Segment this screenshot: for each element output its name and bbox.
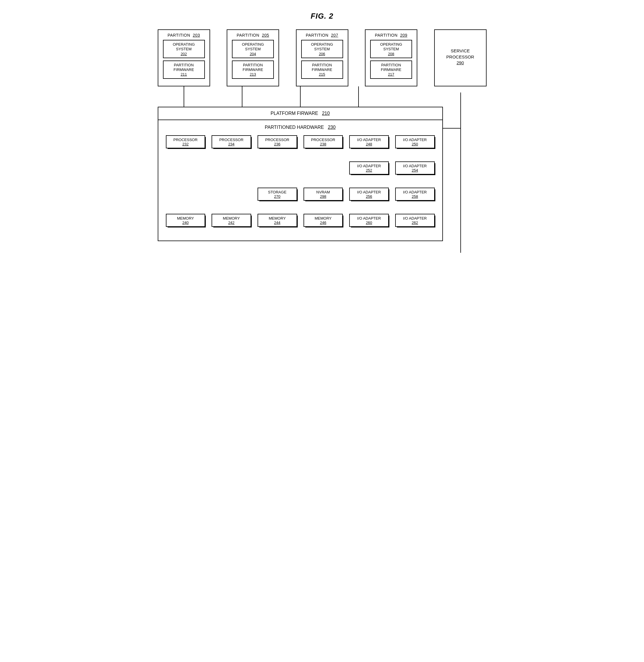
service-processor-ref: 290 <box>438 60 483 66</box>
hardware-component-box: PROCESSOR 236 <box>257 135 297 148</box>
hw-label: PROCESSOR <box>174 138 198 142</box>
os-label: OPERATING SYSTEM <box>380 42 402 51</box>
partition-firmware-box: PARTITION FIRMWARE 211 <box>163 61 205 79</box>
partition-header: PARTITION 205 <box>230 33 276 38</box>
hw-ref: 254 <box>397 168 433 173</box>
connector-line <box>300 87 301 107</box>
platform-firmware-ref: 210 <box>322 111 330 116</box>
hardware-component-box: PROCESSOR 238 <box>303 135 343 148</box>
hardware-component-box: I/O ADAPTER 262 <box>395 214 435 227</box>
os-ref: 208 <box>372 52 410 56</box>
hw-label: PROCESSOR <box>219 138 243 142</box>
service-processor-label: SERVICE PROCESSOR <box>446 48 474 59</box>
connector-line <box>443 128 461 128</box>
partition-fw-ref: 217 <box>372 72 410 77</box>
partition-connectors <box>158 87 487 107</box>
hw-label: I/O ADAPTER <box>403 190 427 194</box>
partition-label: PARTITION <box>168 33 190 38</box>
partition-ref: 207 <box>331 33 338 38</box>
hw-ref: 232 <box>168 142 204 147</box>
os-ref: 204 <box>234 52 272 56</box>
hw-label: I/O ADAPTER <box>357 164 381 168</box>
hw-label: I/O ADAPTER <box>357 190 381 194</box>
hw-ref: 252 <box>351 168 387 173</box>
empty-cell <box>303 161 343 164</box>
hardware-component-box: MEMORY 242 <box>211 214 251 227</box>
hw-ref: 298 <box>305 194 341 199</box>
connector-line <box>358 87 359 107</box>
partitioned-hardware-label: PARTITIONED HARDWARE <box>265 125 324 130</box>
partition-ref: 205 <box>262 33 269 38</box>
partition-fw-ref: 215 <box>303 72 341 77</box>
hw-label: MEMORY <box>269 216 286 220</box>
partition-ref: 203 <box>193 33 200 38</box>
hw-label: I/O ADAPTER <box>403 138 427 142</box>
partition-box: PARTITION 203 OPERATING SYSTEM 202 PARTI… <box>158 29 210 87</box>
partition-firmware-box: PARTITION FIRMWARE 215 <box>301 61 343 79</box>
hw-label: MEMORY <box>315 216 331 220</box>
hardware-component-box: I/O ADAPTER 250 <box>395 135 435 148</box>
hw-label: I/O ADAPTER <box>403 216 427 220</box>
partition-box: PARTITION 207 OPERATING SYSTEM 206 PARTI… <box>296 29 348 87</box>
hardware-component-box: I/O ADAPTER 256 <box>349 188 389 201</box>
partition-fw-ref: 211 <box>165 72 203 77</box>
partition-header: PARTITION 209 <box>368 33 414 38</box>
service-processor-box: SERVICE PROCESSOR 290 <box>434 29 487 87</box>
os-ref: 202 <box>165 52 203 56</box>
partitioned-hardware-box: PARTITIONED HARDWARE 230 PROCESSOR 232PR… <box>158 120 442 240</box>
connector-line <box>184 87 184 107</box>
hw-label: MEMORY <box>177 216 194 220</box>
hardware-component-box: NVRAM 298 <box>303 188 343 201</box>
partition-fw-label: PARTITION FIRMWARE <box>243 63 263 72</box>
hw-label: NVRAM <box>316 190 330 194</box>
hardware-component-box: I/O ADAPTER 260 <box>349 214 389 227</box>
hw-ref: 244 <box>259 220 295 225</box>
os-label: OPERATING SYSTEM <box>311 42 333 51</box>
hw-label: STORAGE <box>268 190 286 194</box>
partition-box: PARTITION 205 OPERATING SYSTEM 204 PARTI… <box>227 29 279 87</box>
partition-ref: 209 <box>400 33 408 38</box>
hw-ref: 262 <box>397 220 433 225</box>
partition-header: PARTITION 207 <box>299 33 345 38</box>
figure-title: FIG. 2 <box>158 11 487 21</box>
hardware-grid: PROCESSOR 232PROCESSOR 234PROCESSOR 236P… <box>166 135 435 232</box>
partition-firmware-box: PARTITION FIRMWARE 217 <box>370 61 412 79</box>
hw-ref: 238 <box>305 142 341 147</box>
partitioned-hardware-ref: 230 <box>328 125 336 130</box>
hw-ref: 270 <box>259 194 295 199</box>
platform-firmware-label: PLATFORM FIRWARE <box>271 111 318 116</box>
operating-system-box: OPERATING SYSTEM 208 <box>370 40 412 58</box>
hw-label: MEMORY <box>223 216 240 220</box>
hw-ref: 260 <box>351 220 387 225</box>
hw-ref: 236 <box>259 142 295 147</box>
hw-label: PROCESSOR <box>311 138 335 142</box>
hardware-component-box: MEMORY 244 <box>257 214 297 227</box>
partitions-row: PARTITION 203 OPERATING SYSTEM 202 PARTI… <box>158 29 487 87</box>
hardware-component-box: I/O ADAPTER 248 <box>349 135 389 148</box>
hw-ref: 234 <box>213 142 249 147</box>
partition-label: PARTITION <box>375 33 397 38</box>
partition-header: PARTITION 203 <box>161 33 207 38</box>
partition-fw-label: PARTITION FIRMWARE <box>381 63 401 72</box>
empty-cell <box>257 161 297 164</box>
partition-firmware-box: PARTITION FIRMWARE 213 <box>232 61 274 79</box>
hardware-component-box: I/O ADAPTER 258 <box>395 188 435 201</box>
hw-ref: 242 <box>213 220 249 225</box>
hw-ref: 248 <box>351 142 387 147</box>
empty-cell <box>211 188 251 190</box>
partition-fw-label: PARTITION FIRMWARE <box>174 63 194 72</box>
platform-firmware-header: PLATFORM FIRWARE 210 <box>158 107 442 120</box>
operating-system-box: OPERATING SYSTEM 204 <box>232 40 274 58</box>
hw-ref: 256 <box>351 194 387 199</box>
hardware-component-box: MEMORY 246 <box>303 214 343 227</box>
hw-ref: 240 <box>168 220 204 225</box>
hw-ref: 250 <box>397 142 433 147</box>
hardware-component-box: PROCESSOR 232 <box>166 135 205 148</box>
partition-label: PARTITION <box>236 33 259 38</box>
empty-cell <box>166 188 205 190</box>
hardware-component-box: STORAGE 270 <box>257 188 297 201</box>
hw-label: I/O ADAPTER <box>357 138 381 142</box>
os-ref: 206 <box>303 52 341 56</box>
hardware-component-box: I/O ADAPTER 254 <box>395 161 435 174</box>
partition-label: PARTITION <box>306 33 328 38</box>
